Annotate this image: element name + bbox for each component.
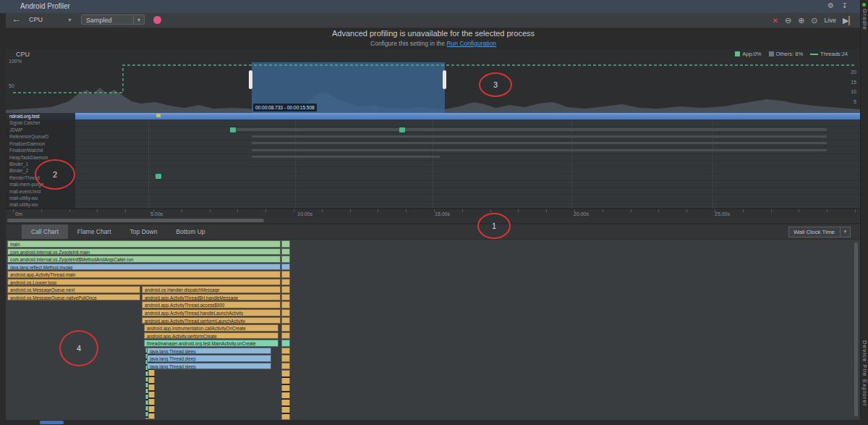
- tab-flame-chart[interactable]: Flame Chart: [68, 224, 121, 239]
- thread-row-label[interactable]: mali-utility-wo: [6, 201, 75, 208]
- time-axis-label: 10.00s: [297, 211, 312, 216]
- jump-to-live-icon[interactable]: ▶▏: [843, 16, 855, 25]
- threads-axis-tick-label: 20: [845, 70, 856, 75]
- call-stack-cell: [281, 264, 290, 271]
- call-chart-frame[interactable]: android.app.ActivityThread.performLaunch…: [142, 317, 281, 324]
- call-stack-cell: [281, 240, 290, 248]
- record-button[interactable]: [153, 16, 161, 24]
- selection-handle-left[interactable]: [249, 70, 252, 89]
- sampling-mode-value: Sampled: [86, 17, 112, 24]
- profiler-toolbar: ← CPU▼ Sampled ▼ ✕ ⊖ ⊕ ⊙ Live ▶▏: [6, 13, 861, 28]
- tool-window-titlebar: Android Profiler ⚙ ↧: [0, 0, 861, 14]
- horizontal-scrollbar-thumb[interactable]: [7, 219, 264, 222]
- threads-legend-dash-icon: [810, 54, 818, 55]
- legend-label: Threads:24: [820, 51, 848, 57]
- call-chart-frame[interactable]: android.os.MessageQueue.nativePollOnce: [7, 294, 140, 301]
- thread-row-label[interactable]: mali-utility-wo: [6, 195, 75, 201]
- time-gridline: [571, 113, 572, 209]
- call-chart-frame[interactable]: com.android.internal.os.ZygoteInit$Metho…: [7, 256, 281, 263]
- call-chart-frame[interactable]: android.os.MessageQueue.next: [7, 286, 140, 293]
- legend-item: Others: 8%: [769, 51, 804, 57]
- call-chart-frame[interactable]: android.app.ActivityThread.main: [7, 271, 281, 278]
- call-chart-frame[interactable]: java.lang.Thread.sleep: [147, 348, 271, 355]
- close-session-icon[interactable]: ✕: [773, 17, 778, 25]
- thread-state-bar: [252, 142, 827, 144]
- thread-row-label[interactable]: Signal Catcher: [6, 119, 75, 126]
- thread-state-bar: [252, 135, 827, 138]
- time-gridline: [295, 113, 296, 209]
- gradle-tool-button[interactable]: Gradle: [861, 9, 868, 30]
- stage-selector[interactable]: CPU▼: [29, 16, 72, 23]
- call-chart-frame[interactable]: android.app.ActivityThread$H.handleMessa…: [142, 294, 281, 301]
- call-chart-frame[interactable]: android.os.Looper.loop: [7, 279, 281, 286]
- live-label[interactable]: Live: [825, 17, 837, 24]
- device-file-explorer-tool-button[interactable]: Device File Explorer: [861, 340, 868, 407]
- call-stack-cell: [281, 309, 290, 316]
- call-stack-cell: [281, 279, 290, 286]
- run-configuration-link[interactable]: Run Configuration: [446, 40, 496, 47]
- toolbar-right-controls: ✕ ⊖ ⊕ ⊙ Live ▶▏: [773, 13, 855, 28]
- selection-range-label: 00:00:08.733 - 00:00:15.508: [253, 104, 317, 111]
- thread-row-label[interactable]: FinalizerWatchd: [6, 147, 75, 153]
- android-profiler-window: Android Profiler ⚙ ↧ ← CPU▼ Sampled ▼ ✕ …: [0, 0, 868, 425]
- thread-row-label[interactable]: FinalizerDaemon: [6, 140, 75, 147]
- zoom-in-icon[interactable]: ⊕: [798, 16, 804, 25]
- threads-track-area[interactable]: ndroid.org.testSignal CatcherJDWPReferen…: [6, 113, 861, 209]
- legend-swatch-icon: [769, 51, 774, 56]
- selection-handle-right[interactable]: [443, 70, 446, 89]
- selected-thread-row[interactable]: [6, 113, 861, 119]
- cpu-axis-tick-label: 50: [9, 83, 14, 88]
- event-marker-yellow: [156, 114, 161, 117]
- annotation-circle-1: 1: [477, 213, 511, 239]
- call-chart-frame[interactable]: android.os.Handler.dispatchMessage: [142, 286, 281, 293]
- vertical-scrollbar-thumb[interactable]: [854, 243, 858, 416]
- chevron-down-icon: ▼: [67, 17, 72, 22]
- thread-row-label[interactable]: ndroid.org.test: [6, 113, 75, 119]
- call-chart-frame[interactable]: java.lang.Thread.sleep: [147, 355, 271, 362]
- time-axis-label: 5.00s: [150, 211, 163, 216]
- titlebar-settings-icons[interactable]: ⚙ ↧: [827, 1, 851, 9]
- thread-row-label[interactable]: ReferenceQueueD: [6, 133, 75, 140]
- call-stack-cell: [281, 317, 290, 324]
- clock-type-dropdown[interactable]: Wall Clock Time ▼: [788, 227, 851, 237]
- cpu-usage-chart[interactable]: 00:00:08.733 - 00:00:15.508 CPU App:0%Ot…: [6, 49, 861, 113]
- thread-row-label[interactable]: HeapTaskDaemon: [6, 154, 75, 161]
- chevron-down-icon: ▼: [840, 227, 850, 237]
- call-chart-frame[interactable]: android.app.ActivityThread.handleLaunchA…: [142, 309, 281, 316]
- call-stack-cell: [281, 332, 290, 340]
- advanced-profiling-banner-subtitle: Configure this setting in the Run Config…: [6, 40, 861, 47]
- threads-axis-tick-label: 15: [845, 80, 856, 85]
- bottom-stripe: [0, 420, 868, 425]
- tab-bottom-up[interactable]: Bottom Up: [166, 224, 214, 239]
- call-stack-cell: [281, 324, 290, 332]
- thread-row-label[interactable]: JDWP: [6, 127, 75, 133]
- call-chart-frame[interactable]: com.android.internal.os.ZygoteInit.main: [7, 248, 281, 256]
- call-chart-frame[interactable]: android.app.Activity.performCreate: [144, 332, 278, 340]
- time-axis-label: 20.00s: [574, 211, 589, 216]
- thread-row-label[interactable]: mali-event-hnd: [6, 188, 75, 195]
- time-axis-label: 25.00s: [715, 211, 730, 216]
- call-chart-frame[interactable]: java.lang.reflect.Method.invoke: [7, 264, 281, 271]
- call-chart-frame[interactable]: main: [7, 240, 281, 248]
- zoom-out-icon[interactable]: ⊖: [785, 16, 791, 25]
- thread-state-bar: [252, 149, 827, 151]
- event-marker-green: [230, 127, 236, 132]
- analysis-tabstrip: Call ChartFlame ChartTop DownBottom Up: [6, 224, 861, 240]
- threads-axis-tick-label: 5: [845, 99, 856, 104]
- call-stack-cell: [281, 286, 290, 293]
- cpu-axis-title: CPU: [16, 51, 30, 58]
- tab-call-chart[interactable]: Call Chart: [22, 224, 68, 239]
- reset-zoom-icon[interactable]: ⊙: [811, 16, 817, 25]
- chevron-down-icon[interactable]: ▼: [133, 15, 144, 24]
- time-gridline: [148, 113, 149, 209]
- tab-top-down[interactable]: Top Down: [121, 224, 167, 239]
- sampling-mode-combobox[interactable]: Sampled ▼: [81, 14, 145, 25]
- call-chart-frame[interactable]: threadmanager.android.org.test.MainActiv…: [144, 340, 278, 347]
- call-stack-cell: [281, 355, 290, 362]
- call-stack-cell: [281, 256, 290, 263]
- call-chart-frame[interactable]: android.app.Instrumentation.callActivity…: [144, 324, 278, 332]
- back-arrow-icon[interactable]: ←: [12, 14, 21, 25]
- call-chart-frame[interactable]: android.app.ActivityThread.access$900: [142, 301, 281, 308]
- call-chart-frame[interactable]: java.lang.Thread.sleep: [147, 363, 271, 370]
- call-chart-panel[interactable]: maincom.android.internal.os.ZygoteInit.m…: [6, 240, 861, 420]
